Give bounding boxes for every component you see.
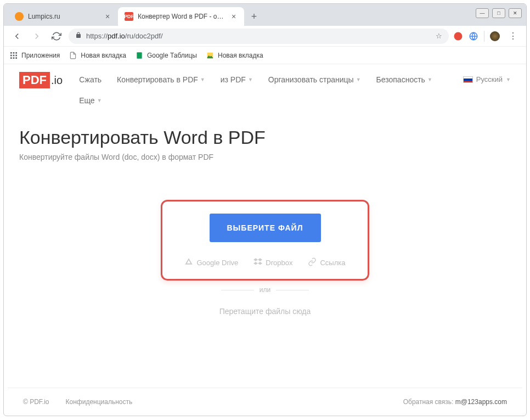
svg-rect-6 xyxy=(13,54,15,56)
tab-close-icon[interactable]: × xyxy=(104,13,111,20)
svg-rect-10 xyxy=(15,57,17,59)
or-divider: или xyxy=(4,286,526,294)
chevron-down-icon: ▼ xyxy=(248,77,253,82)
source-label: Dropbox xyxy=(266,259,292,267)
footer: © PDF.io Конфиденциальность Обратная свя… xyxy=(8,388,522,416)
lock-icon xyxy=(75,32,82,40)
svg-rect-3 xyxy=(13,52,15,54)
svg-rect-2 xyxy=(10,52,12,54)
url-text: https://pdf.io/ru/doc2pdf/ xyxy=(86,32,163,40)
drop-hint: Перетащите файлы сюда xyxy=(4,307,526,316)
logo-io-text: .io xyxy=(51,74,63,87)
nav-more[interactable]: Еще▼ xyxy=(79,96,102,105)
svg-rect-4 xyxy=(15,52,17,54)
source-google-drive[interactable]: Google Drive xyxy=(184,257,238,268)
bookmark-label: Новая вкладка xyxy=(81,52,126,59)
dropbox-icon xyxy=(253,257,262,268)
page-title: Конвертировать Word в PDF xyxy=(19,127,511,148)
bookmark-label: Новая вкладка xyxy=(218,52,263,59)
extension-icon[interactable] xyxy=(469,31,478,41)
bookmark-star-icon[interactable]: ☆ xyxy=(436,32,442,40)
chevron-down-icon: ▼ xyxy=(506,77,511,82)
sheets-icon xyxy=(135,51,144,60)
back-button[interactable] xyxy=(9,29,25,44)
language-label: Русский xyxy=(476,75,503,83)
extension-icon[interactable] xyxy=(453,31,463,41)
copyright: © PDF.io xyxy=(23,398,49,406)
bookmark-item[interactable]: Google Таблицы xyxy=(135,51,197,60)
avatar[interactable] xyxy=(490,31,500,41)
chevron-down-icon: ▼ xyxy=(356,77,361,82)
link-icon xyxy=(308,257,317,268)
window-maximize-button[interactable]: □ xyxy=(492,8,505,18)
google-drive-icon xyxy=(184,257,193,268)
upload-panel: ВЫБЕРИТЕ ФАЙЛ Google Drive Dropbox Ссылк… xyxy=(161,200,369,281)
svg-rect-9 xyxy=(13,57,15,59)
source-label: Google Drive xyxy=(196,259,238,267)
profile-divider xyxy=(484,31,484,42)
tab-title: Lumpics.ru xyxy=(28,13,99,20)
svg-rect-11 xyxy=(137,52,142,59)
flag-ru-icon xyxy=(463,76,473,83)
extension-icons: ⋮ xyxy=(453,29,521,44)
nav-from-pdf[interactable]: из PDF▼ xyxy=(221,75,253,84)
bookmark-label: Google Таблицы xyxy=(147,52,197,59)
nav-security[interactable]: Безопасность▼ xyxy=(376,75,432,84)
nav-convert-to-pdf[interactable]: Конвертировать в PDF▼ xyxy=(117,75,205,84)
chevron-down-icon: ▼ xyxy=(427,77,432,82)
browser-toolbar: https://pdf.io/ru/doc2pdf/ ☆ ⋮ xyxy=(4,26,526,47)
feedback-label: Обратная связь: xyxy=(403,398,455,406)
svg-rect-5 xyxy=(10,54,12,56)
page-icon xyxy=(69,51,77,60)
window-minimize-button[interactable]: — xyxy=(476,8,489,18)
menu-button[interactable]: ⋮ xyxy=(505,29,521,44)
source-dropbox[interactable]: Dropbox xyxy=(253,257,292,268)
browser-tab-pdfio[interactable]: PDF Конвертер Word в PDF - онлай... × xyxy=(118,7,244,26)
source-label: Ссылка xyxy=(320,259,345,267)
browser-tab-lumpics[interactable]: Lumpics.ru × xyxy=(8,7,118,26)
page-content: PDF.io Сжать Конвертировать в PDF▼ из PD… xyxy=(4,64,526,316)
source-link[interactable]: Ссылка xyxy=(308,257,345,268)
bookmark-item[interactable]: Новая вкладка xyxy=(206,51,263,60)
chevron-down-icon: ▼ xyxy=(200,77,205,82)
apps-grid-icon xyxy=(9,51,18,60)
language-switcher[interactable]: Русский ▼ xyxy=(463,72,511,83)
address-bar[interactable]: https://pdf.io/ru/doc2pdf/ ☆ xyxy=(69,29,449,44)
bookmark-item[interactable]: Новая вкладка xyxy=(69,51,126,60)
svg-rect-7 xyxy=(15,54,17,56)
svg-rect-8 xyxy=(10,57,12,59)
tab-favicon-icon: PDF xyxy=(125,12,133,21)
new-tab-button[interactable]: + xyxy=(246,9,262,24)
bookmark-label: Приложения xyxy=(21,52,60,59)
bookmarks-bar: Приложения Новая вкладка Google Таблицы … xyxy=(4,47,526,64)
tab-title: Конвертер Word в PDF - онлай... xyxy=(138,13,225,20)
choose-file-button[interactable]: ВЫБЕРИТЕ ФАЙЛ xyxy=(210,214,321,242)
logo-pdf-text: PDF xyxy=(19,72,50,88)
tab-strip: Lumpics.ru × PDF Конвертер Word в PDF - … xyxy=(4,4,526,26)
logo[interactable]: PDF.io xyxy=(19,72,63,88)
svg-point-0 xyxy=(454,32,463,40)
reload-button[interactable] xyxy=(49,29,64,44)
nav-compress[interactable]: Сжать xyxy=(79,75,102,84)
tab-favicon-icon xyxy=(15,12,24,21)
privacy-link[interactable]: Конфиденциальность xyxy=(66,398,133,406)
image-icon xyxy=(206,51,215,60)
main-nav: Сжать Конвертировать в PDF▼ из PDF▼ Орга… xyxy=(79,72,447,105)
feedback-email-link[interactable]: m@123apps.com xyxy=(455,398,507,406)
window-close-button[interactable]: ✕ xyxy=(509,8,522,18)
chevron-down-icon: ▼ xyxy=(97,98,102,103)
tab-close-icon[interactable]: × xyxy=(230,13,238,20)
nav-organize[interactable]: Организовать страницы▼ xyxy=(268,75,361,84)
forward-button[interactable] xyxy=(29,29,44,44)
apps-button[interactable]: Приложения xyxy=(9,51,60,60)
page-subtitle: Конвертируйте файлы Word (doc, docx) в ф… xyxy=(19,153,511,161)
